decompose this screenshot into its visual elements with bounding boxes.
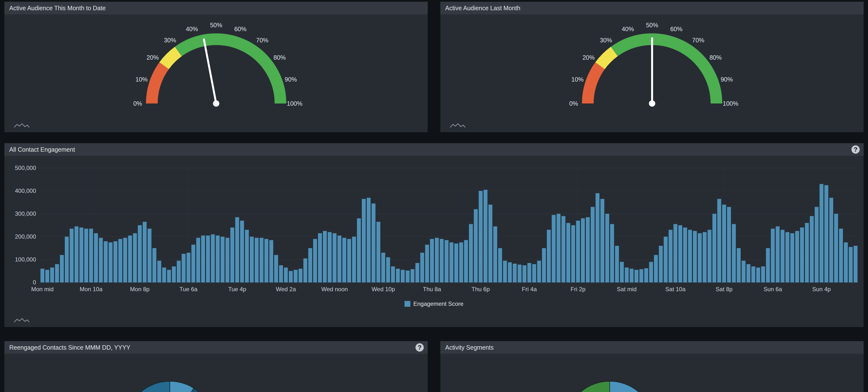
panel-header: Activity Segments bbox=[440, 341, 864, 354]
legend-swatch bbox=[404, 301, 410, 307]
svg-text:Fri 2p: Fri 2p bbox=[570, 286, 585, 292]
svg-text:70%: 70% bbox=[692, 37, 704, 43]
svg-text:100,000: 100,000 bbox=[15, 256, 36, 263]
svg-text:40%: 40% bbox=[622, 26, 634, 32]
panel-active-audience-mtd: Active Audience This Month to Date 0%10%… bbox=[4, 2, 428, 132]
open-in-search-icon[interactable] bbox=[13, 317, 30, 323]
panel-header: All Contact Engagement ? bbox=[4, 143, 864, 156]
svg-text:0: 0 bbox=[33, 279, 36, 286]
svg-text:70%: 70% bbox=[256, 37, 268, 43]
dashboard-row-1: Active Audience This Month to Date 0%10%… bbox=[4, 2, 864, 132]
svg-text:Wed 10p: Wed 10p bbox=[372, 286, 395, 292]
sparkline-icon bbox=[13, 123, 30, 128]
dashboard: Active Audience This Month to Date 0%10%… bbox=[0, 0, 868, 392]
svg-text:300,000: 300,000 bbox=[15, 210, 36, 217]
svg-text:400,000: 400,000 bbox=[15, 188, 36, 194]
svg-text:90%: 90% bbox=[720, 76, 733, 83]
svg-text:Tue 6a: Tue 6a bbox=[180, 286, 198, 292]
svg-text:30%: 30% bbox=[164, 37, 176, 43]
sparkline-icon bbox=[13, 317, 30, 323]
panel-header: Reengaged Contacts Since MMM DD, YYYY ? bbox=[4, 341, 428, 354]
svg-text:10%: 10% bbox=[571, 76, 583, 83]
sparkline-icon bbox=[450, 123, 466, 128]
svg-text:Sat mid: Sat mid bbox=[617, 286, 637, 292]
panel-active-audience-last-month: Active Audience Last Month 0%10%20%30%40… bbox=[440, 2, 864, 132]
dashboard-row-2: All Contact Engagement ? 0100,000200,000… bbox=[4, 143, 864, 327]
gauge-body: 0%10%20%30%40%50%60%70%80%90%100% bbox=[440, 14, 864, 108]
engagement-bar-chart[interactable]: 0100,000200,000300,000400,000500,000Mon … bbox=[5, 166, 863, 297]
svg-text:30%: 30% bbox=[600, 37, 612, 43]
svg-text:Fri 4a: Fri 4a bbox=[522, 286, 537, 292]
dashboard-row-3: Reengaged Contacts Since MMM DD, YYYY ? … bbox=[4, 341, 864, 392]
svg-text:Wed noon: Wed noon bbox=[321, 286, 348, 292]
panel-title: Reengaged Contacts Since MMM DD, YYYY bbox=[9, 344, 130, 351]
svg-text:0%: 0% bbox=[133, 100, 142, 107]
svg-text:Sun 4p: Sun 4p bbox=[812, 286, 831, 292]
open-in-search-icon[interactable] bbox=[13, 123, 30, 128]
panel-activity-segments: Activity Segments bbox=[440, 341, 864, 392]
chart-legend: Engagement Score bbox=[404, 300, 463, 307]
svg-text:80%: 80% bbox=[709, 54, 721, 61]
reengaged-pie-chart[interactable] bbox=[121, 377, 219, 392]
svg-text:40%: 40% bbox=[186, 26, 198, 32]
open-in-search-icon[interactable] bbox=[450, 123, 466, 128]
legend-label: Engagement Score bbox=[413, 300, 463, 307]
svg-text:Tue 4p: Tue 4p bbox=[228, 286, 246, 292]
svg-text:0%: 0% bbox=[569, 100, 578, 107]
svg-text:60%: 60% bbox=[670, 26, 682, 32]
help-icon[interactable]: ? bbox=[851, 145, 860, 154]
svg-text:20%: 20% bbox=[582, 54, 595, 61]
panel-title: Activity Segments bbox=[445, 344, 494, 351]
svg-text:Wed 2a: Wed 2a bbox=[276, 286, 296, 292]
panel-all-contact-engagement: All Contact Engagement ? 0100,000200,000… bbox=[4, 143, 864, 327]
svg-text:100%: 100% bbox=[723, 100, 738, 107]
svg-text:50%: 50% bbox=[646, 22, 658, 29]
svg-text:80%: 80% bbox=[273, 54, 286, 61]
svg-text:Thu 6p: Thu 6p bbox=[471, 286, 490, 292]
gauge-body: 0%10%20%30%40%50%60%70%80%90%100% bbox=[4, 14, 428, 108]
svg-text:200,000: 200,000 bbox=[15, 233, 36, 240]
gauge-chart-active-audience-mtd: 0%10%20%30%40%50%60%70%80%90%100% bbox=[127, 21, 305, 108]
panel-reengaged-contacts: Reengaged Contacts Since MMM DD, YYYY ? bbox=[4, 341, 428, 392]
svg-text:50%: 50% bbox=[210, 22, 222, 29]
svg-text:Mon mid: Mon mid bbox=[31, 286, 54, 292]
gauge-chart-active-audience-last-month: 0%10%20%30%40%50%60%70%80%90%100% bbox=[563, 21, 741, 108]
help-icon[interactable]: ? bbox=[415, 343, 424, 352]
panel-title: Active Audience Last Month bbox=[445, 5, 521, 12]
svg-text:90%: 90% bbox=[285, 76, 297, 83]
svg-text:Sun 6a: Sun 6a bbox=[764, 286, 782, 292]
panel-header: Active Audience Last Month bbox=[440, 2, 864, 14]
svg-text:500,000: 500,000 bbox=[15, 166, 36, 171]
activity-segments-pie-chart[interactable] bbox=[561, 377, 658, 392]
svg-text:10%: 10% bbox=[135, 76, 148, 83]
svg-text:20%: 20% bbox=[147, 54, 159, 61]
svg-text:Sat 8p: Sat 8p bbox=[716, 286, 733, 292]
svg-text:Mon 10a: Mon 10a bbox=[80, 286, 102, 292]
svg-text:100%: 100% bbox=[287, 100, 302, 107]
engagement-chart-body: 0100,000200,000300,000400,000500,000Mon … bbox=[4, 156, 864, 307]
svg-text:60%: 60% bbox=[234, 26, 246, 32]
svg-text:Mon 8p: Mon 8p bbox=[130, 286, 150, 292]
panel-header: Active Audience This Month to Date bbox=[4, 2, 428, 14]
svg-text:Sat 10a: Sat 10a bbox=[665, 286, 685, 292]
panel-title: Active Audience This Month to Date bbox=[9, 5, 106, 12]
panel-title: All Contact Engagement bbox=[9, 146, 75, 153]
svg-text:Thu 8a: Thu 8a bbox=[423, 286, 441, 292]
